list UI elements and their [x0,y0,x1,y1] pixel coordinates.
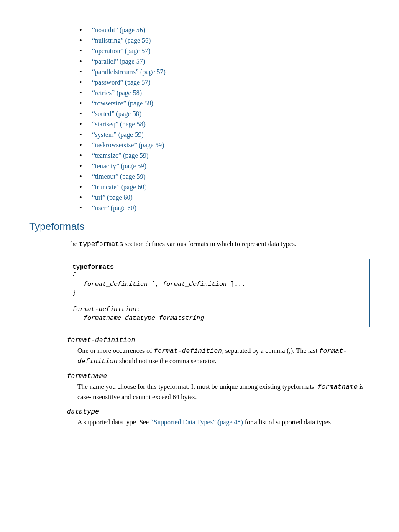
xref-link[interactable]: “nullstring” (page 56) [92,37,151,44]
code-text: [, [148,281,163,288]
list-item: “operation” (page 57) [79,46,370,56]
xref-link[interactable]: “user” (page 60) [92,204,136,211]
list-item: “noaudit” (page 56) [79,25,370,35]
code-text [72,281,84,288]
list-item: “parallel” (page 57) [79,57,370,67]
xref-link[interactable]: “taskrowsetsize” (page 59) [92,141,164,149]
code-text: { [72,272,76,279]
syntax-code-box: typeformats { format_definition [, forma… [67,259,370,327]
list-item: “password” (page 57) [79,77,370,87]
definition-term: format-definition [67,337,370,344]
list-item: “url” (page 60) [79,193,370,203]
list-item: “rowsetsize” (page 58) [79,98,370,108]
xref-link[interactable]: “system” (page 59) [92,131,144,138]
xref-link[interactable]: “url” (page 60) [92,194,133,201]
list-item: “user” (page 60) [79,203,370,213]
text: for a list of supported data types. [243,419,332,426]
code-inline: typeformats [79,241,123,248]
definition-body: One or more occurrences of format-defini… [77,346,370,367]
xref-link[interactable]: “Supported Data Types” (page 48) [151,419,243,426]
code-placeholder: formatname datatype formatstring [84,315,204,322]
xref-link[interactable]: “retries” (page 58) [92,89,142,96]
code-placeholder: format-definition [72,306,136,313]
list-item: “timeout” (page 59) [79,172,370,182]
text: The name you choose for this typeformat.… [77,383,317,390]
xref-link[interactable]: “truncate” (page 60) [92,183,147,190]
list-item: “parallelstreams” (page 57) [79,67,370,77]
text: The [67,240,79,247]
list-item: “nullstring” (page 56) [79,36,370,46]
definition-body: The name you choose for this typeformat.… [77,382,370,402]
xref-link[interactable]: “parallelstreams” (page 57) [92,68,166,75]
code-text: ]... [227,281,246,288]
xref-link[interactable]: “teamsize” (page 59) [92,152,148,159]
text: section defines various formats in which… [123,240,297,247]
section-heading-typeformats: Typeformats [29,221,370,232]
xref-link[interactable]: “rowsetsize” (page 58) [92,100,153,107]
code-keyword: typeformats [72,264,114,271]
list-item: “tenacity” (page 59) [79,161,370,171]
xref-link[interactable]: “parallel” (page 57) [92,58,145,65]
code-text: : [136,306,140,313]
list-item: “retries” (page 58) [79,88,370,98]
text: , separated by a comma (,). The last [222,347,319,354]
text: A supported data type. See [77,419,151,426]
list-item: “sorted” (page 58) [79,109,370,119]
definition-body: A supported data type. See “Supported Da… [77,417,370,427]
code-inline-italic: format-definition [154,347,222,355]
code-inline-italic: formatname [317,383,358,391]
xref-link[interactable]: “sorted” (page 58) [92,110,141,117]
xref-link[interactable]: “operation” (page 57) [92,47,150,54]
xref-link[interactable]: “password” (page 57) [92,79,151,86]
text: should not use the comma separator. [118,357,217,365]
list-item: “teamsize” (page 59) [79,151,370,161]
code-text: } [72,289,76,296]
list-item: “system” (page 59) [79,130,370,140]
code-placeholder: format_definition [163,281,227,288]
definition-term: formatname [67,373,370,380]
text: One or more occurrences of [77,347,154,354]
code-placeholder: format_definition [84,281,148,288]
list-item: “taskrowsetsize” (page 59) [79,140,370,150]
xref-link[interactable]: “startseq” (page 58) [92,121,146,128]
xref-link[interactable]: “tenacity” (page 59) [92,162,146,170]
list-item: “truncate” (page 60) [79,182,370,192]
list-item: “startseq” (page 58) [79,119,370,129]
xref-link[interactable]: “noaudit” (page 56) [92,26,145,33]
intro-paragraph: The typeformats section defines various … [67,239,370,249]
definition-term: datatype [67,408,370,416]
code-text [72,315,84,322]
xref-link[interactable]: “timeout” (page 59) [92,173,146,180]
options-bullet-list: “noaudit” (page 56) “nullstring” (page 5… [79,25,370,213]
